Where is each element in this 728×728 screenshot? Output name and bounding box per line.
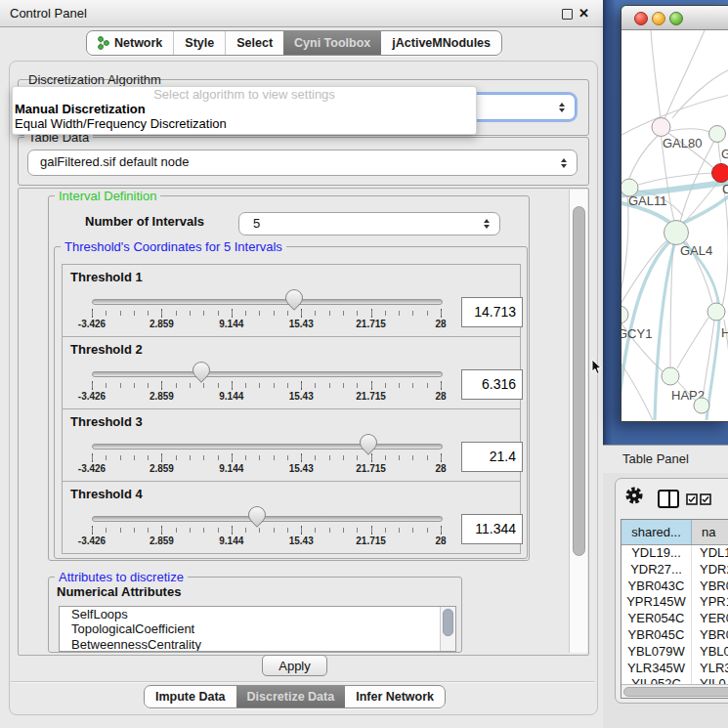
tab-select[interactable]: Select	[225, 31, 283, 55]
tick-label: 28	[435, 535, 446, 546]
float-icon[interactable]	[562, 9, 573, 20]
table-row[interactable]: YLR345WYLR3	[621, 661, 728, 677]
tick-label: 9.144	[219, 463, 243, 474]
apply-button[interactable]: Apply	[262, 655, 327, 676]
table-row[interactable]: YER054CYER0	[621, 611, 728, 627]
network-panel: GAL80GACGAL11GAL4HGCY1HAP2	[603, 0, 728, 445]
vertical-scrollbar[interactable]	[569, 190, 587, 653]
network-edge	[672, 69, 728, 118]
attributes-list[interactable]: SelfLoopsTopologicalCoefficientBetweenne…	[59, 606, 456, 652]
checkbox-icon[interactable]	[686, 492, 698, 503]
zoom-traffic-light[interactable]	[669, 12, 683, 25]
tab-cyni-toolbox[interactable]: Cyni Toolbox	[283, 31, 381, 55]
tab-label: Select	[236, 36, 273, 50]
network-edge	[629, 135, 659, 179]
threshold-panel: Threshold 1-3.4262.8599.14415.4321.71528…	[62, 264, 521, 337]
slider-track[interactable]	[92, 444, 443, 450]
close-icon[interactable]: ✕	[578, 6, 589, 21]
table-row[interactable]: YBR045CYBR0	[621, 627, 728, 644]
group-title: Threshold's Coordinates for 5 Intervals	[61, 239, 286, 254]
network-edge	[669, 129, 709, 132]
close-traffic-light[interactable]	[634, 12, 648, 25]
node-label: GCY1	[621, 326, 652, 341]
slider-track[interactable]	[92, 299, 443, 305]
attribute-item[interactable]: TopologicalCoefficient	[60, 621, 455, 636]
tick-label: 9.144	[219, 391, 243, 402]
slider-thumb[interactable]	[281, 285, 306, 310]
table-row[interactable]: YBL079WYBL0	[621, 644, 728, 661]
threshold-value-field[interactable]: 6.316	[461, 369, 523, 400]
tick-label: 9.144	[219, 319, 243, 329]
table-panel: shared...na YDL19...YDL1YDR27...YDR2YBR0…	[615, 478, 728, 704]
cell-name: YPR1	[692, 594, 728, 611]
network-window: GAL80GACGAL11GAL4HGCY1HAP2	[621, 5, 728, 422]
network-node-gal4[interactable]	[664, 221, 689, 245]
attribute-item[interactable]: BetweennessCentrality	[60, 637, 455, 652]
cell-name: YBR0	[692, 627, 728, 644]
threshold-value-field[interactable]: 21.4	[461, 442, 523, 472]
table-row[interactable]: YBR043CYBR0	[621, 578, 728, 595]
threshold-label: Threshold 3	[70, 414, 143, 429]
panel-title: Control Panel	[10, 6, 87, 21]
network-node-h[interactable]	[707, 303, 725, 321]
split-view-icon[interactable]	[658, 490, 679, 508]
intervals-spinner[interactable]: 5	[238, 212, 500, 236]
combo-stepper-icon	[561, 157, 568, 169]
tab-network[interactable]: Network	[87, 31, 173, 55]
tab-style[interactable]: Style	[173, 31, 225, 55]
table-data-combobox[interactable]: galFiltered.sif default node	[27, 150, 578, 176]
tick-label: 21.715	[356, 535, 386, 546]
network-node-ga[interactable]	[709, 126, 726, 143]
table-row[interactable]: YDL19...YDL1	[621, 545, 728, 562]
scrollbar-thumb[interactable]	[443, 609, 453, 636]
algorithm-option[interactable]: Manual Discretization	[15, 102, 146, 116]
network-node-gcy1[interactable]	[621, 306, 628, 323]
cell-shared-name: YBR045C	[621, 627, 692, 644]
network-view[interactable]: GAL80GACGAL11GAL4HGCY1HAP2	[621, 30, 728, 420]
threshold-panel: Threshold 3-3.4262.8599.14415.4321.71528…	[62, 408, 521, 482]
slider-thumb[interactable]	[356, 430, 380, 454]
table-row[interactable]: YDR27...YDR2	[621, 562, 728, 578]
table-row[interactable]: YPR145WYPR1	[621, 594, 728, 611]
table-panel-body: shared...na YDL19...YDL1YDR27...YDR2YBR0…	[603, 473, 728, 728]
tick-label: 2.859	[150, 319, 174, 329]
column-header-name[interactable]: na	[692, 520, 728, 544]
slider-track[interactable]	[92, 371, 443, 377]
combo-value: galFiltered.sif default node	[40, 154, 189, 169]
column-header-shared-name[interactable]: shared...	[621, 520, 692, 544]
network-node-hap2[interactable]	[662, 367, 679, 385]
tab-impute-data[interactable]: Impute Data	[145, 686, 236, 707]
algorithm-option[interactable]: Equal Width/Frequency Discretization	[15, 116, 227, 131]
network-node-gal80[interactable]	[652, 118, 670, 137]
network-node-c[interactable]	[712, 164, 728, 183]
tick-label: 2.859	[150, 463, 174, 474]
table-data-group: Table Data galFiltered.sif default node	[18, 137, 589, 186]
settings-container: Interval Definition Number of Intervals …	[18, 188, 589, 656]
control-panel-titlebar: Control Panel ✕	[0, 0, 603, 27]
slider-thumb[interactable]	[244, 502, 269, 527]
tab-infer-network[interactable]: Infer Network	[345, 686, 445, 707]
checkbox-icon[interactable]	[700, 492, 711, 503]
slider-track[interactable]	[92, 516, 443, 522]
tab-label: jActiveMNodules	[392, 36, 491, 50]
network-edge	[703, 321, 714, 399]
tick-label: 9.144	[219, 535, 243, 546]
cell-shared-name: YDL19...	[621, 545, 692, 562]
attribute-item[interactable]: SelfLoops	[60, 607, 455, 621]
threshold-value-field[interactable]: 14.713	[461, 297, 523, 327]
table-header-row: shared...na	[621, 520, 728, 545]
horizontal-scrollbar[interactable]	[621, 684, 728, 698]
scrollbar-thumb[interactable]	[573, 206, 585, 556]
gear-icon[interactable]	[624, 486, 644, 505]
threshold-panel: Threshold 2-3.4262.8599.14415.4321.71528…	[62, 336, 521, 409]
threshold-value-field[interactable]: 11.344	[461, 514, 523, 544]
list-scrollbar[interactable]	[440, 607, 455, 651]
slider-minor-ticks	[92, 311, 442, 316]
tab-jactivemnodules[interactable]: jActiveMNodules	[381, 31, 501, 55]
algorithm-dropdown-popup: Select algorithm to view settings Manual…	[12, 86, 477, 135]
minimize-traffic-light[interactable]	[652, 12, 665, 25]
tab-discretize-data[interactable]: Discretize Data	[236, 686, 346, 707]
network-node[interactable]	[694, 398, 709, 413]
scrollbar-thumb[interactable]	[623, 687, 728, 697]
slider-thumb[interactable]	[189, 358, 213, 382]
